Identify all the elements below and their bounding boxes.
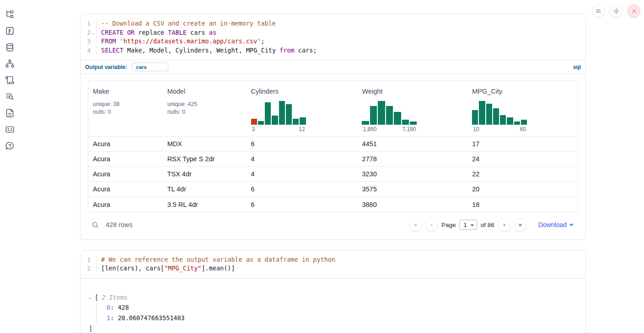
pagination: « ‹ Page 1 of 86 › » Download [409,219,574,231]
documentation-icon[interactable] [5,108,15,118]
histogram-bar [362,121,369,125]
last-page-button[interactable]: » [514,219,526,231]
close-icon [631,8,637,14]
histogram-bar [265,102,271,125]
column-header-mpg_city[interactable]: MPG_City1060 [467,81,578,137]
page-select-value: 1 [463,222,467,228]
table-cell: 3880 [357,197,467,212]
table-cell: 20 [467,182,578,197]
tree-close-bracket: ] [89,323,578,333]
table-row[interactable]: AcuraRSX Type S 2dr4277824 [88,152,578,167]
python-code-editor[interactable]: 1# We can reference the output variable … [80,250,585,278]
tree-output: ⌄ [ 2 Items 0: 4281: 20.060747663551403 … [88,285,578,333]
chevron-down-icon [470,223,474,227]
functions-icon[interactable] [5,26,15,36]
code-line[interactable]: 3FROM 'https://datasets.marimo.app/cars.… [80,37,585,46]
histogram-bar [378,101,385,125]
histogram-axis-labels: 1060 [472,126,527,132]
table-cell: 4 [247,167,358,182]
histogram-bar [493,108,499,125]
fold-chevron-icon[interactable]: ⌄ [91,28,96,37]
table-cell: 22 [467,167,578,182]
code-line[interactable]: 4SELECT Make, Model, Cylinders, Weight, … [80,46,585,55]
tree-entry-key: 1 [107,314,110,322]
download-button[interactable]: Download [538,221,574,228]
chevron-down-icon [569,222,574,227]
code-line[interactable]: 1-- Download a CSV and create an in-memo… [80,19,585,28]
scratchpad-scroll-icon[interactable] [5,75,15,85]
logs-search-icon[interactable] [5,92,15,101]
python-cell: 1# We can reference the output variable … [80,250,586,333]
shutdown-button[interactable] [628,5,640,17]
table-row[interactable]: Acura3.5 RL 4dr6388018 [88,197,578,212]
fold-gutter [91,37,96,46]
next-page-button[interactable]: › [498,219,510,231]
line-number: 1 [80,19,91,28]
tree-head: ⌄ [ 2 Items [89,292,578,302]
code-line[interactable]: 2[len(cars), cars["MPG_City"].mean()] [80,264,585,273]
table-cell: 3230 [357,167,467,182]
dependency-graph-icon[interactable] [5,59,15,69]
fold-gutter [91,264,96,273]
histogram-bar [279,101,285,125]
tree-open-bracket: [ [95,292,98,302]
column-stats: unique: 425nulls: 0 [167,100,242,116]
table-cell: 4451 [357,137,467,152]
column-histogram: 1060 [472,101,527,132]
menu-button[interactable] [592,5,605,17]
database-icon[interactable] [5,42,15,52]
histogram-bar [251,119,257,125]
row-count: 428 rows [106,221,133,228]
output-variable-input[interactable] [132,63,168,71]
column-header-model[interactable]: Modelunique: 425nulls: 0 [163,81,247,137]
column-name: Cylinders [251,88,353,95]
table-row[interactable]: AcuraTL 4dr6357520 [88,182,578,197]
first-page-button[interactable]: « [409,219,422,231]
code-text: SELECT Make, Model, Cylinders, Weight, M… [96,46,585,55]
column-histogram: 1,8507,190 [362,101,417,132]
search-button[interactable] [90,221,101,229]
page-select[interactable]: 1 [459,220,477,230]
fold-gutter [91,46,96,55]
column-name: Make [93,88,158,95]
help-icon[interactable] [5,141,15,151]
output-variable-row: Output variable: sql [80,60,585,74]
histogram-bars [362,101,417,125]
code-line[interactable]: 2⌄CREATE OR replace TABLE cars as [80,28,585,37]
column-header-cylinders[interactable]: Cylinders312 [247,81,358,137]
table-cell: MDX [163,137,247,152]
fold-gutter [91,255,96,264]
table-header-row: Makeunique: 38nulls: 0Modelunique: 425nu… [88,81,578,137]
tree-entry-value: : 20.060747663551403 [110,314,185,322]
code-text: # We can reference the output variable a… [96,255,585,264]
file-tree-icon[interactable] [5,10,15,19]
histogram-bar [472,110,478,125]
table-footer: 428 rows « ‹ Page 1 of 86 › » Download [88,218,578,234]
histogram-axis-labels: 312 [251,126,306,132]
sql-code-editor[interactable]: 1-- Download a CSV and create an in-memo… [80,14,585,60]
histogram-axis-labels: 1,8507,190 [362,126,417,132]
column-header-weight[interactable]: Weight1,8507,190 [357,81,467,137]
table-cell: TSX 4dr [163,167,247,182]
table-row[interactable]: AcuraMDX6445117 [88,137,578,152]
tree-collapse-icon[interactable]: ⌄ [89,292,95,302]
sql-cell-output: Makeunique: 38nulls: 0Modelunique: 425nu… [80,74,585,239]
sql-cell: 1-- Download a CSV and create an in-memo… [80,14,586,240]
column-header-make[interactable]: Makeunique: 38nulls: 0 [88,81,163,137]
histogram-bars [251,101,306,125]
table-row[interactable]: AcuraTSX 4dr4323022 [88,167,578,182]
table-cell: 6 [247,197,358,212]
code-line[interactable]: 1# We can reference the output variable … [80,255,585,264]
settings-button[interactable] [610,5,623,17]
prev-page-button[interactable]: ‹ [425,219,438,231]
line-number: 4 [80,46,91,55]
column-name: Weight [362,88,463,95]
snippets-icon[interactable] [5,125,15,134]
hamburger-icon [595,8,601,14]
top-right-toolbar [592,5,640,17]
notebook: 1-- Download a CSV and create an in-memo… [80,14,586,333]
histogram-bar [286,104,292,125]
histogram-bar [521,120,527,125]
table-cell: 4 [247,152,358,167]
histogram-bar [370,106,377,125]
